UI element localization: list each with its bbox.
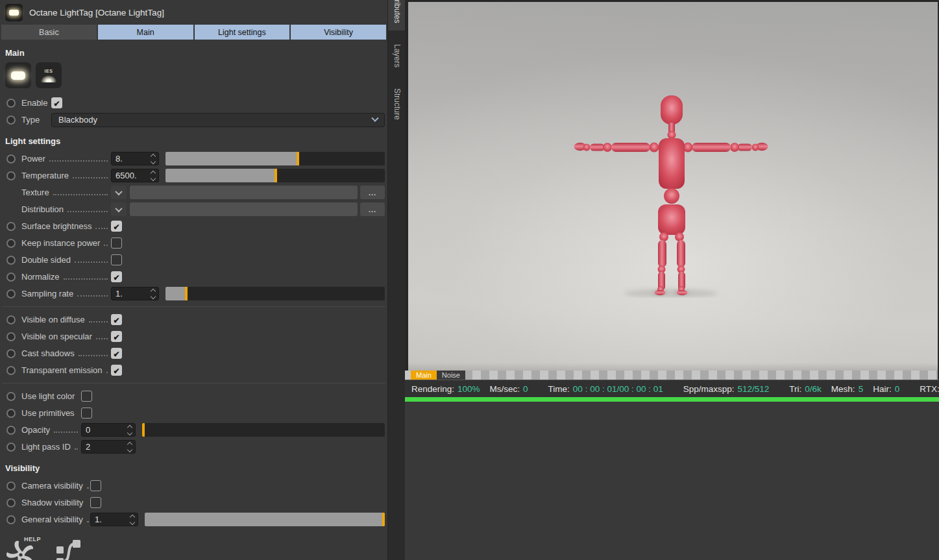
temperature-slider[interactable] [165,169,385,182]
texture-browse-button[interactable]: ... [360,186,385,199]
normalize-checkbox[interactable] [111,271,122,282]
transparent-emission-checkbox[interactable] [111,365,122,376]
render-pass-tab-strip: Main Noise [405,371,939,380]
sampling-rate-row: Sampling rate 1. [0,286,387,302]
type-value: Blackbody [58,115,97,125]
enable-checkbox[interactable] [51,97,62,108]
keyframe-dot[interactable] [6,222,16,231]
cast-shadows-row: Cast shadows [0,345,387,361]
keep-instance-power-checkbox[interactable] [111,237,122,249]
use-light-color-checkbox[interactable] [81,391,92,402]
light-pass-id-input[interactable]: 2 [81,440,136,454]
keyframe-dot[interactable] [6,315,16,324]
spinner-icon[interactable] [151,288,156,300]
use-primitives-row: Use primitives [0,405,387,421]
tag-title: Octane LightTag [Octane LightTag] [29,8,164,18]
octane-help-button[interactable]: HELP [6,538,36,560]
keyframe-dot[interactable] [6,99,16,108]
keyframe-dot[interactable] [6,426,16,435]
side-tab-attributes[interactable]: Attributes [388,0,405,30]
distribution-dropdown-button[interactable] [111,202,127,216]
type-select[interactable]: Blackbody [51,113,385,127]
texture-dropdown-button[interactable] [111,186,127,199]
keyframe-dot[interactable] [6,392,16,401]
power-row: Power 8. [0,151,387,167]
tag-titlebar: Octane LightTag [Octane LightTag] [0,0,387,25]
spinner-icon[interactable] [127,441,132,453]
ies-light-icon[interactable]: IES [36,62,62,88]
use-primitives-checkbox[interactable] [81,408,92,419]
texture-field[interactable] [130,186,358,199]
distribution-browse-button[interactable]: ... [360,202,385,216]
keyframe-dot[interactable] [6,154,16,164]
keyframe-dot[interactable] [6,289,16,298]
double-sided-row: Double sided [0,252,387,268]
keyframe-dot[interactable] [6,349,16,358]
light-pass-id-row: Light pass ID 2 [0,439,387,455]
power-slider[interactable] [165,152,385,165]
keyframe-dot[interactable] [6,116,16,125]
power-input[interactable]: 8. [111,152,159,165]
visible-on-diffuse-checkbox[interactable] [111,314,122,325]
keyframe-dot[interactable] [6,332,16,341]
footer-icons: HELP [6,538,387,560]
keyframe-dot[interactable] [6,409,16,418]
area-light-icon[interactable] [5,62,31,88]
mannequin-figure [574,94,768,298]
keyframe-dot[interactable] [6,481,16,491]
shadow-visibility-row: Shadow visibility [0,494,387,511]
opacity-slider[interactable] [142,423,385,437]
normalize-row: Normalize [0,269,387,285]
keyframe-dot[interactable] [6,273,16,282]
tab-basic[interactable]: Basic [1,25,97,40]
spinner-icon[interactable] [130,514,135,526]
cast-shadows-checkbox[interactable] [111,348,122,359]
octane-app: Octane LightTag [Octane LightTag] Basic … [0,0,939,560]
shadow-visibility-checkbox[interactable] [90,497,101,508]
side-tab-layers[interactable]: Layers [388,36,405,75]
attribute-tab-row: Basic Main Light settings Visibility [0,25,387,40]
temperature-input[interactable]: 6500. [111,169,159,182]
opacity-input[interactable]: 0 [81,423,136,437]
tab-main[interactable]: Main [98,25,193,40]
keyframe-dot[interactable] [6,443,16,452]
surface-brightness-checkbox[interactable] [111,221,122,232]
double-sided-checkbox[interactable] [111,254,122,265]
pass-tab-noise[interactable]: Noise [437,371,465,380]
general-visibility-slider[interactable] [145,513,385,526]
visible-on-specular-checkbox[interactable] [111,331,122,342]
keyframe-dot[interactable] [6,171,16,180]
keyframe-dot[interactable] [6,498,16,507]
general-visibility-row: General visibility 1. [0,511,387,528]
section-light-settings: Light settings [5,136,387,146]
stat-rtx: RTX:off [920,384,939,394]
pass-tab-main[interactable]: Main [411,371,437,380]
distribution-field[interactable] [130,202,358,216]
sampling-rate-input[interactable]: 1. [111,287,159,300]
tab-visibility[interactable]: Visibility [291,25,386,40]
node-editor-button[interactable] [53,538,83,560]
spinner-icon[interactable] [151,170,156,182]
visible-on-specular-row: Visible on specular [0,328,387,345]
keyframe-dot[interactable] [6,239,16,248]
keyframe-dot[interactable] [6,256,16,265]
attribute-manager-panel: Octane LightTag [Octane LightTag] Basic … [0,0,387,560]
spinner-icon[interactable] [127,424,132,436]
sampling-rate-slider[interactable] [165,287,385,300]
render-view[interactable] [405,0,939,371]
spinner-icon[interactable] [151,153,156,165]
tab-light-settings[interactable]: Light settings [195,25,290,40]
stat-hair: Hair:0 [873,384,899,394]
keyframe-dot[interactable] [6,366,16,375]
keep-instance-power-row: Keep instance power [0,235,387,251]
keyframe-dot[interactable] [6,515,16,524]
texture-row: Texture ... [0,184,387,201]
side-tab-structure[interactable]: Structure [388,79,405,128]
light-type-icons: IES [5,62,387,88]
stat-tri: Tri:0/6k [789,384,822,394]
type-row: Type Blackbody [0,112,387,128]
use-light-color-row: Use light color [0,388,387,404]
camera-visibility-checkbox[interactable] [90,480,101,491]
general-visibility-input[interactable]: 1. [90,513,138,526]
stat-time: Time:00 : 00 : 01/00 : 00 : 01 [548,384,663,394]
